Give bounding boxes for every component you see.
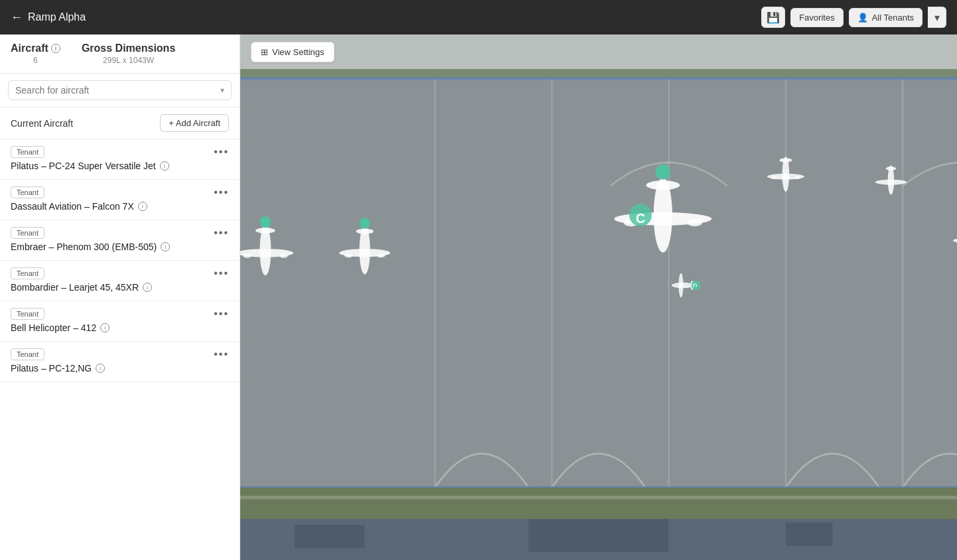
aircraft-info-icon[interactable]: i — [160, 161, 169, 171]
svg-point-28 — [377, 253, 385, 257]
aircraft-name: Pilatus – PC-24 Super Versatile Jet i — [11, 161, 229, 171]
aircraft-info-icon[interactable]: i — [96, 364, 105, 373]
svg-point-47 — [679, 273, 684, 298]
aircraft-count: 6 — [33, 56, 38, 65]
svg-point-27 — [344, 253, 352, 257]
svg-rect-1 — [240, 78, 957, 488]
aircraft-name: Bombardier – Learjet 45, 45XR i — [11, 282, 229, 293]
svg-point-45 — [886, 167, 897, 171]
more-button[interactable]: ••• — [214, 187, 229, 198]
top-bar: ← Ramp Alpha 💾 Favorites 👤 All Tenants ▾ — [0, 0, 957, 35]
more-button[interactable]: ••• — [214, 147, 229, 157]
top-bar-right: 💾 Favorites 👤 All Tenants ▾ — [761, 7, 946, 28]
add-aircraft-button[interactable]: + Add Aircraft — [160, 114, 229, 132]
tenant-icon: 👤 — [857, 13, 868, 23]
aircraft-info-icon[interactable]: i — [161, 242, 170, 251]
svg-point-20 — [256, 228, 275, 233]
svg-text:C: C — [636, 211, 645, 226]
aircraft-item-top: Tenant ••• — [11, 227, 229, 239]
tab-aircraft[interactable]: Aircraft i 6 — [11, 42, 60, 65]
svg-rect-61 — [528, 519, 668, 551]
view-settings-button[interactable]: ⊞ View Settings — [251, 42, 334, 62]
aircraft-info-icon[interactable]: i — [143, 283, 152, 292]
svg-point-22 — [279, 253, 288, 257]
aircraft-item-top: Tenant ••• — [11, 348, 229, 360]
all-tenants-button[interactable]: 👤 All Tenants — [849, 8, 922, 27]
aircraft-item: Tenant ••• Pilatus – PC-12,NG i — [0, 342, 240, 382]
page-title: Ramp Alpha — [28, 11, 86, 23]
aircraft-info-icon[interactable]: i — [138, 202, 147, 211]
map-toolbar: ⊞ View Settings — [240, 35, 957, 69]
aircraft-item: Tenant ••• Embraer – Phenom 300 (EMB-505… — [0, 220, 240, 261]
tab-gross-dimensions-label: Gross Dimensions — [82, 42, 175, 54]
svg-point-29 — [360, 218, 370, 228]
map-area[interactable]: ⊞ View Settings — [240, 35, 957, 560]
back-button[interactable]: ← — [11, 11, 23, 25]
current-aircraft-label: Current Aircraft — [11, 118, 73, 129]
svg-point-40 — [779, 158, 792, 162]
search-wrapper: ▾ — [8, 80, 232, 100]
tenant-badge: Tenant — [11, 267, 44, 279]
more-button[interactable]: ••• — [214, 309, 229, 319]
tenant-badge: Tenant — [11, 348, 44, 360]
aircraft-name: Embraer – Phenom 300 (EMB-505) i — [11, 242, 229, 252]
aircraft-info-icon[interactable]: i — [100, 323, 110, 332]
svg-point-41 — [771, 176, 777, 179]
search-input[interactable] — [15, 85, 220, 96]
svg-point-35 — [656, 165, 671, 180]
svg-rect-60 — [295, 525, 365, 548]
tab-gross-dimensions[interactable]: Gross Dimensions 299L x 1043W — [82, 42, 175, 65]
ramp-svg: C — [240, 69, 957, 560]
aircraft-item: Tenant ••• Bombardier – Learjet 45, 45XR… — [0, 261, 240, 301]
tenant-badge: Tenant — [11, 308, 44, 320]
aircraft-item-top: Tenant ••• — [11, 146, 229, 158]
aircraft-item-top: Tenant ••• — [11, 186, 229, 198]
svg-point-42 — [794, 176, 800, 179]
tab-aircraft-label: Aircraft i — [11, 42, 60, 54]
more-button[interactable]: ••• — [214, 228, 229, 238]
aircraft-item-top: Tenant ••• — [11, 308, 229, 320]
aircraft-item: Tenant ••• Dassault Aviation – Falcon 7X… — [0, 180, 240, 220]
aircraft-name: Bell Helicopter – 412 i — [11, 322, 229, 333]
view-settings-icon: ⊞ — [261, 47, 268, 57]
sidebar: Aircraft i 6 Gross Dimensions 299L x 104… — [0, 35, 240, 560]
tenant-badge: Tenant — [11, 227, 44, 239]
save-button[interactable]: 💾 — [761, 7, 785, 28]
search-chevron-icon: ▾ — [220, 86, 224, 95]
more-button[interactable]: ••• — [214, 268, 229, 279]
svg-rect-62 — [786, 523, 832, 546]
tenant-badge: Tenant — [11, 186, 44, 198]
svg-point-32 — [646, 180, 680, 190]
aircraft-list: Tenant ••• Pilatus – PC-24 Super Versati… — [0, 139, 240, 560]
tenant-label: All Tenants — [872, 13, 914, 23]
favorites-button[interactable]: Favorites — [790, 8, 843, 27]
tenant-badge: Tenant — [11, 146, 44, 158]
main-layout: Aircraft i 6 Gross Dimensions 299L x 104… — [0, 35, 957, 560]
gross-dimensions-value: 299L x 1043W — [103, 56, 154, 65]
aircraft-name: Pilatus – PC-12,NG i — [11, 363, 229, 374]
tenant-dropdown-button[interactable]: ▾ — [928, 7, 946, 28]
current-aircraft-header: Current Aircraft + Add Aircraft — [0, 107, 240, 139]
svg-point-34 — [688, 219, 703, 226]
aircraft-item-top: Tenant ••• — [11, 267, 229, 279]
svg-text:C: C — [692, 283, 698, 287]
view-settings-label: View Settings — [272, 47, 325, 57]
svg-point-21 — [243, 253, 252, 257]
aircraft-name: Dassault Aviation – Falcon 7X i — [11, 201, 229, 212]
top-bar-left: ← Ramp Alpha — [11, 11, 86, 25]
svg-point-44 — [875, 180, 907, 185]
sidebar-header: Aircraft i 6 Gross Dimensions 299L x 104… — [0, 35, 240, 74]
more-button[interactable]: ••• — [214, 349, 229, 360]
svg-rect-64 — [240, 496, 957, 499]
aircraft-info-icon[interactable]: i — [51, 44, 60, 53]
aircraft-item: Tenant ••• Bell Helicopter – 412 i — [0, 301, 240, 342]
search-container: ▾ — [0, 74, 240, 107]
svg-point-26 — [356, 229, 373, 234]
satellite-map: C — [240, 69, 957, 560]
svg-point-23 — [259, 216, 271, 228]
aircraft-item: Tenant ••• Pilatus – PC-24 Super Versati… — [0, 139, 240, 180]
